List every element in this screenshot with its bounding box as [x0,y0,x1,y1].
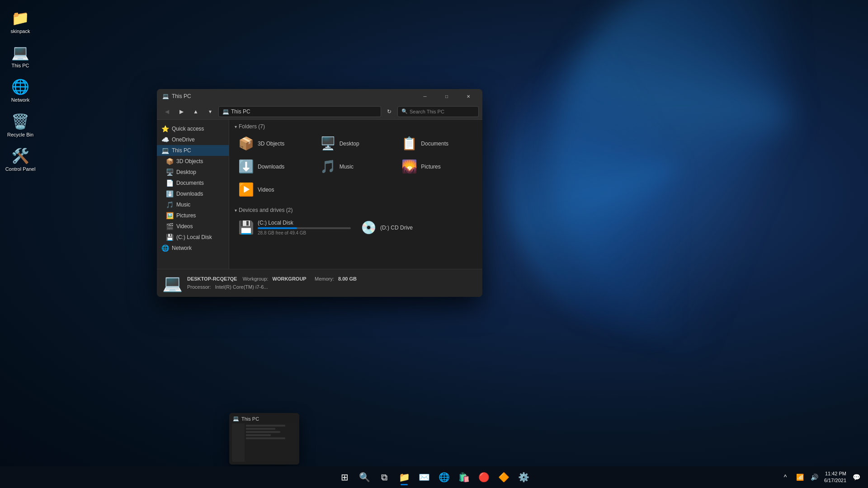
mini-row-3 [246,431,280,433]
mini-row-5 [246,437,285,439]
workgroup-value: WORKGROUP [273,276,307,282]
desktop-icon-recycle-bin[interactable]: 🗑️ Recycle Bin [2,110,38,140]
titlebar-pc-icon: 💻 [162,93,169,99]
sidebar-item-3d-objects[interactable]: 📦 3D Objects [157,156,229,167]
mail-taskbar-icon: ✉️ [419,472,430,483]
window-controls: ─ □ ✕ [415,89,479,103]
folder-documents-label: Documents [421,141,448,147]
sidebar-item-desktop[interactable]: 🖥️ Desktop [157,167,229,178]
titlebar-text: This PC [172,93,191,99]
refresh-button[interactable]: ↻ [383,105,396,118]
sidebar-item-downloads[interactable]: ⬇️ Downloads [157,188,229,199]
folders-section-header[interactable]: ▾ Folders (7) [235,123,477,130]
mini-row-4 [246,434,271,436]
desktop-icon-control-panel[interactable]: 🛠️ Control Panel [2,145,38,174]
folders-section-label: Folders (7) [239,123,265,130]
thispc-icon: 💻 [11,43,29,61]
explorer-titlebar: 💻 This PC ─ □ ✕ [157,89,482,103]
preview-title: 💻 This PC [232,416,297,422]
start-button[interactable]: ⊞ [335,468,354,486]
network-sidebar-label: Network [172,245,192,251]
clock[interactable]: 11:42 PM 6/17/2021 [824,470,846,484]
quick-access-icon: ⭐ [161,125,169,132]
sidebar-item-quick-access[interactable]: ⭐ Quick access [157,123,229,134]
edge-taskbar-button[interactable]: 🌐 [435,468,453,486]
folder-desktop-icon: 🖥️ [320,136,336,151]
drives-chevron-icon: ▾ [235,208,237,213]
maximize-button[interactable]: □ [436,89,457,103]
minimize-button[interactable]: ─ [415,89,435,103]
search-bar[interactable]: 🔍 Search This PC [397,106,479,117]
explorer-toolbar: ◀ ▶ ▲ ▾ 💻 This PC ↻ 🔍 Search This PC [157,103,482,120]
clock-date: 6/17/2021 [824,477,846,484]
folder-pictures[interactable]: 🌄 Pictures [398,156,477,177]
folder-pictures-icon: 🌄 [401,159,417,174]
d-drive-icon: 💿 [361,220,377,235]
dropdown-button[interactable]: ▾ [204,105,217,118]
network-desktop-icon: 🌐 [11,78,29,96]
search-icon: 🔍 [401,108,408,114]
folder-videos[interactable]: ▶️ Videos [235,179,314,200]
music-sidebar-icon: 🎵 [166,201,174,208]
taskbar-center: ⊞ 🔍 ⧉ 📁 ✉️ 🌐 🛍️ 🔴 🔶 ⚙️ [335,468,533,486]
taskbar: ⊞ 🔍 ⧉ 📁 ✉️ 🌐 🛍️ 🔴 🔶 ⚙️ ^ [0,466,868,488]
forward-button[interactable]: ▶ [175,105,188,118]
videos-sidebar-label: Videos [176,223,193,230]
recycle-bin-icon: 🗑️ [11,113,29,131]
taskbar-right: ^ 📶 🔊 11:42 PM 6/17/2021 💬 [779,470,863,484]
sidebar-item-this-pc[interactable]: 💻 This PC [157,145,229,156]
drives-section-header[interactable]: ▾ Devices and drives (2) [235,207,477,213]
folder-3d-icon: 📦 [238,136,254,151]
desktop-icon-network[interactable]: 🌐 Network [2,75,38,105]
file-explorer-taskbar-button[interactable]: 📁 [395,468,413,486]
processor-info: Processor: Intel(R) Core(TM) i7-6... [187,283,357,291]
address-bar[interactable]: 💻 This PC [218,106,381,117]
office-taskbar-button[interactable]: 🔴 [475,468,493,486]
folder-3d-objects[interactable]: 📦 3D Objects [235,133,314,154]
address-text: This PC [231,108,250,115]
sidebar-item-pictures[interactable]: 🖼️ Pictures [157,210,229,221]
folder-downloads[interactable]: ⬇️ Downloads [235,156,314,177]
c-drive-icon: 💾 [238,220,254,235]
sidebar-item-onedrive[interactable]: ☁️ OneDrive [157,134,229,145]
preview-thumbnail[interactable] [232,423,297,462]
up-button[interactable]: ▲ [189,105,202,118]
explorer-body: ⭐ Quick access ☁️ OneDrive 💻 This PC 📦 3… [157,120,482,269]
folder-music[interactable]: 🎵 Music [316,156,396,177]
settings-taskbar-button[interactable]: ⚙️ [514,468,533,486]
sidebar-item-network[interactable]: 🌐 Network [157,243,229,253]
downloads-sidebar-label: Downloads [176,191,203,197]
c-drive-info: (C:) Local Disk 28.8 GB free of 49.4 GB [258,220,351,235]
local-disk-sidebar-icon: 💾 [166,234,174,241]
tray-chevron-icon[interactable]: ^ [779,471,792,483]
sidebar-item-music[interactable]: 🎵 Music [157,199,229,210]
volume-tray-icon[interactable]: 🔊 [808,471,821,483]
folder-documents[interactable]: 📋 Documents [398,133,477,154]
back-button[interactable]: ◀ [160,105,173,118]
pictures-sidebar-icon: 🖼️ [166,212,174,219]
energize-taskbar-button[interactable]: 🔶 [495,468,513,486]
c-drive-bar [258,227,297,229]
sidebar-item-documents[interactable]: 📄 Documents [157,178,229,188]
store-taskbar-button[interactable]: 🛍️ [455,468,473,486]
drive-c[interactable]: 💾 (C:) Local Disk 28.8 GB free of 49.4 G… [235,217,354,238]
explorer-statusbar: 💻 DESKTOP-RCQE7QE Workgroup: WORKGROUP M… [157,269,482,297]
local-disk-sidebar-label: (C:) Local Disk [176,234,212,240]
network-tray-icon[interactable]: 📶 [793,471,806,483]
computer-name-value: DESKTOP-RCQE7QE [187,276,237,282]
sidebar-item-videos[interactable]: 🎬 Videos [157,221,229,232]
folder-desktop[interactable]: 🖥️ Desktop [316,133,396,154]
task-view-button[interactable]: ⧉ [375,468,393,486]
office-taskbar-icon: 🔴 [478,472,490,483]
mail-taskbar-button[interactable]: ✉️ [415,468,433,486]
skinpack-label: skinpack [11,28,30,34]
sidebar-item-local-disk[interactable]: 💾 (C:) Local Disk [157,232,229,243]
c-drive-bar-container [258,227,351,229]
computer-name: DESKTOP-RCQE7QE Workgroup: WORKGROUP Mem… [187,275,357,283]
close-button[interactable]: ✕ [458,89,479,103]
desktop-icon-thispc[interactable]: 💻 This PC [2,41,38,71]
drive-d[interactable]: 💿 (D:) CD Drive [357,217,477,238]
search-button[interactable]: 🔍 [355,468,373,486]
desktop-icon-skinpack[interactable]: 📁 skinpack [2,7,38,37]
notification-icon[interactable]: 💬 [850,471,863,483]
